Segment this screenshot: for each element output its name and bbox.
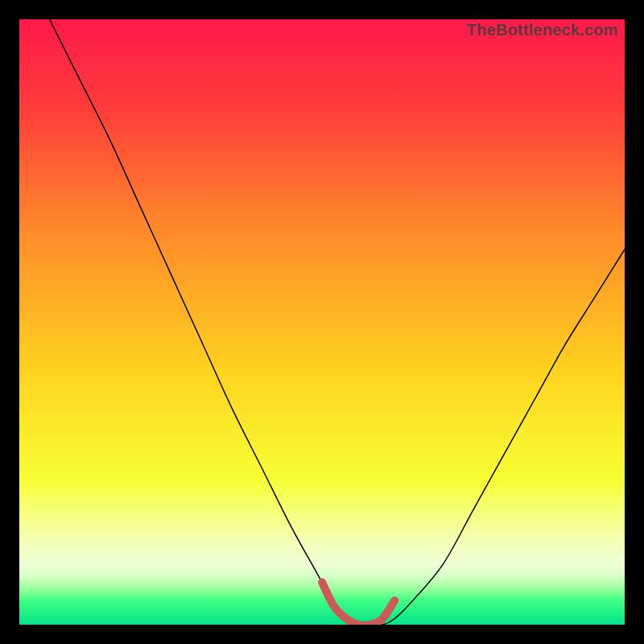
chart-svg	[19, 19, 625, 625]
bottleneck-curve-line	[50, 19, 625, 625]
optimal-range-highlight-line	[322, 582, 394, 625]
chart-frame: TheBottleneck.com	[0, 0, 644, 644]
chart-plot-area: TheBottleneck.com	[19, 19, 625, 625]
